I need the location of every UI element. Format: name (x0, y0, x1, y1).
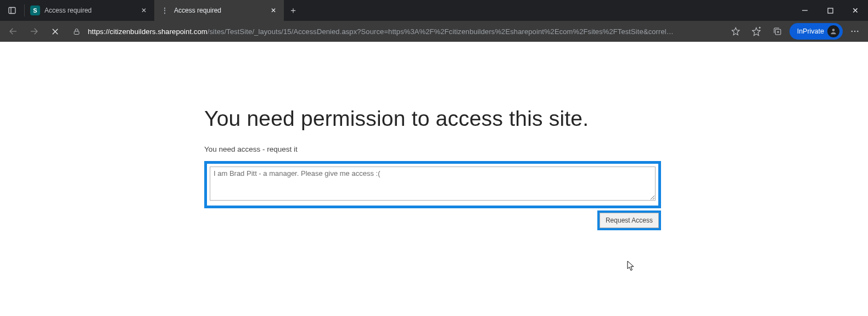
more-horizontal-icon (850, 26, 860, 36)
inprivate-label: InPrivate (797, 27, 824, 35)
favorites-button[interactable] (748, 23, 765, 40)
svg-point-19 (857, 31, 858, 32)
mouse-cursor-icon (627, 260, 636, 271)
svg-point-17 (852, 31, 853, 32)
page-heading: You need permission to access this site. (204, 107, 661, 131)
button-highlight: Request Access (597, 210, 661, 230)
url-path: /sites/TestSite/_layouts/15/AccessDenied… (208, 27, 674, 36)
titlebar-left: S Access required ✕ ⋮ Access required ✕ … (0, 0, 303, 21)
close-icon (51, 27, 59, 36)
tab-actions-icon (8, 6, 16, 15)
svg-point-18 (854, 31, 855, 32)
site-info-button[interactable] (69, 23, 83, 40)
window-controls: ✕ (792, 0, 868, 21)
lock-icon (72, 27, 81, 36)
svg-rect-8 (74, 31, 79, 34)
svg-marker-9 (732, 27, 740, 35)
page-content: You need permission to access this site.… (0, 42, 868, 316)
svg-rect-0 (9, 8, 15, 14)
browser-toolbar: https://citizenbuilders.sharepoint.com/s… (0, 21, 868, 42)
minimize-icon (802, 7, 808, 14)
collections-icon (772, 26, 782, 36)
arrow-left-icon (8, 26, 18, 36)
minimize-button[interactable] (792, 0, 817, 21)
svg-point-16 (832, 29, 835, 31)
request-access-button[interactable]: Request Access (600, 213, 659, 228)
nav-back-button[interactable] (4, 23, 22, 40)
star-plus-icon (751, 26, 761, 37)
app-menu-button[interactable] (846, 23, 864, 40)
browser-titlebar: S Access required ✕ ⋮ Access required ✕ … (0, 0, 868, 21)
stop-reload-button[interactable] (46, 23, 64, 40)
loading-favicon: ⋮ (160, 5, 170, 15)
tab-title: Access required (174, 7, 264, 14)
url-domain: https://citizenbuilders.sharepoint.com (88, 27, 208, 36)
tab-close-button[interactable]: ✕ (268, 7, 278, 14)
url-text: https://citizenbuilders.sharepoint.com/s… (88, 27, 674, 36)
tab-close-button[interactable]: ✕ (139, 7, 149, 14)
page-subheading: You need access - request it (204, 145, 661, 153)
svg-rect-3 (828, 8, 833, 13)
arrow-right-icon (29, 26, 39, 36)
tracking-prevention-button[interactable] (727, 23, 744, 40)
collections-button[interactable] (769, 23, 786, 40)
sharepoint-favicon: S (30, 5, 40, 15)
browser-tab-2-active[interactable]: ⋮ Access required ✕ (154, 0, 284, 21)
access-request-message-input[interactable]: I am Brad Pitt - a manager. Please give … (210, 167, 656, 201)
inprivate-indicator[interactable]: InPrivate (789, 23, 843, 40)
tab-actions-button[interactable] (0, 6, 24, 15)
browser-tab-1[interactable]: S Access required ✕ (25, 0, 154, 21)
maximize-button[interactable] (817, 0, 843, 21)
textarea-highlight: I am Brad Pitt - a manager. Please give … (204, 161, 661, 208)
person-icon (830, 27, 837, 35)
maximize-icon (827, 8, 833, 14)
tab-title: Access required (44, 7, 135, 14)
profile-avatar[interactable] (827, 25, 839, 37)
window-close-button[interactable]: ✕ (843, 0, 868, 21)
svg-marker-10 (753, 27, 760, 35)
address-bar[interactable]: https://citizenbuilders.sharepoint.com/s… (67, 23, 724, 40)
new-tab-button[interactable]: ＋ (284, 5, 303, 16)
nav-forward-button[interactable] (25, 23, 43, 40)
star-badge-icon (731, 26, 741, 36)
